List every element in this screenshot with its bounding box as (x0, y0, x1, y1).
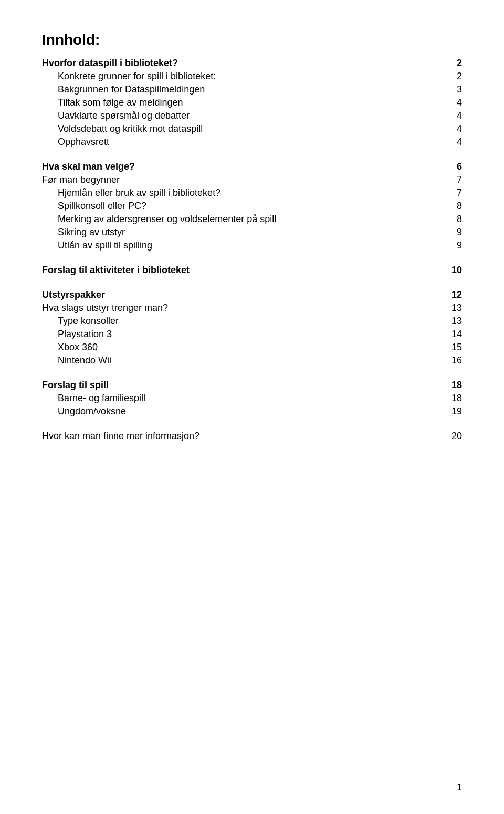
toc-entry-label: Ungdom/voksne (58, 406, 446, 417)
toc-entry-label: Utstyrspakker (42, 289, 446, 300)
toc-entry-page: 2 (446, 71, 462, 82)
toc-entry-label: Hvor kan man finne mer informasjon? (42, 431, 446, 442)
toc-entry-page: 18 (446, 393, 462, 404)
toc-entry-label: Konkrete grunner for spill i biblioteket… (58, 71, 446, 82)
toc-spacer (42, 278, 462, 289)
toc-entry-page: 8 (446, 214, 462, 225)
toc-title: Innhold: (42, 32, 462, 48)
toc-entry-label: Hvorfor dataspill i biblioteket? (42, 58, 446, 69)
toc-entry: Xbox 36015 (42, 342, 462, 353)
toc-entry-page: 4 (446, 137, 462, 148)
toc-entry-page: 18 (446, 380, 462, 391)
toc-entry: Nintendo Wii16 (42, 355, 462, 366)
toc-entry-page: 9 (446, 240, 462, 251)
toc-entry-page: 19 (446, 406, 462, 417)
toc-entry: Voldsdebatt og kritikk mot dataspill4 (42, 123, 462, 134)
toc-entry-label: Tiltak som følge av meldingen (58, 97, 446, 108)
toc-entry-page: 4 (446, 97, 462, 108)
toc-entry-page: 13 (446, 316, 462, 327)
toc-entry-label: Nintendo Wii (58, 355, 446, 366)
toc-entry: Playstation 314 (42, 329, 462, 340)
toc-entry: Forslag til aktiviteter i biblioteket10 (42, 265, 462, 276)
toc-entry: Før man begynner7 (42, 174, 462, 185)
toc-spacer (42, 253, 462, 265)
toc-entry-page: 7 (446, 187, 462, 199)
toc-entry-page: 8 (446, 201, 462, 212)
toc-entry: Hvorfor dataspill i biblioteket?2 (42, 58, 462, 69)
toc-entry: Ungdom/voksne19 (42, 406, 462, 417)
toc-entry-page: 7 (446, 174, 462, 185)
toc-entry-label: Bakgrunnen for Dataspillmeldingen (58, 84, 446, 95)
toc-entry-page: 4 (446, 123, 462, 134)
toc-entry-page: 3 (446, 84, 462, 95)
toc-entry-label: Sikring av utstyr (58, 227, 446, 238)
toc-entry-page: 2 (446, 58, 462, 69)
toc-entry-page: 9 (446, 227, 462, 238)
toc-entry-label: Forslag til spill (42, 380, 446, 391)
toc-entry: Type konsoller13 (42, 316, 462, 327)
toc-entry-label: Hjemlån eller bruk av spill i biblioteke… (58, 187, 446, 199)
toc-entry-label: Spillkonsoll eller PC? (58, 201, 446, 212)
toc-entry: Hjemlån eller bruk av spill i biblioteke… (42, 187, 462, 199)
toc-entry-label: Hva skal man velge? (42, 161, 446, 172)
toc-spacer (42, 419, 462, 431)
toc-entry-label: Merking av aldersgrenser og voldselement… (58, 214, 446, 225)
toc-entry: Uavklarte spørsmål og debatter4 (42, 110, 462, 121)
table-of-contents: Innhold: Hvorfor dataspill i biblioteket… (42, 32, 462, 442)
toc-entry: Opphavsrett4 (42, 137, 462, 148)
toc-entry: Utlån av spill til spilling9 (42, 240, 462, 251)
toc-spacer (42, 368, 462, 380)
toc-entry-label: Før man begynner (42, 174, 446, 185)
toc-entry-page: 13 (446, 302, 462, 314)
toc-entry: Spillkonsoll eller PC?8 (42, 201, 462, 212)
toc-entry-page: 10 (446, 265, 462, 276)
toc-entry: Hvor kan man finne mer informasjon?20 (42, 431, 462, 442)
toc-entry-label: Forslag til aktiviteter i biblioteket (42, 265, 446, 276)
toc-entry: Barne- og familiespill18 (42, 393, 462, 404)
toc-entry: Forslag til spill18 (42, 380, 462, 391)
toc-entry-label: Voldsdebatt og kritikk mot dataspill (58, 123, 446, 134)
toc-entry-page: 20 (446, 431, 462, 442)
toc-spacer (42, 150, 462, 161)
toc-entry-label: Xbox 360 (58, 342, 446, 353)
toc-entry-label: Playstation 3 (58, 329, 446, 340)
toc-entry-page: 15 (446, 342, 462, 353)
toc-entry: Sikring av utstyr9 (42, 227, 462, 238)
toc-entry-page: 12 (446, 289, 462, 300)
page-number: 1 (457, 782, 462, 793)
toc-entry-label: Utlån av spill til spilling (58, 240, 446, 251)
toc-entry-page: 4 (446, 110, 462, 121)
toc-entry: Utstyrspakker12 (42, 289, 462, 300)
toc-entry-page: 14 (446, 329, 462, 340)
toc-entry: Hva slags utstyr trenger man?13 (42, 302, 462, 314)
toc-entry-label: Opphavsrett (58, 137, 446, 148)
toc-entry-page: 16 (446, 355, 462, 366)
toc-entry-page: 6 (446, 161, 462, 172)
toc-entry-label: Type konsoller (58, 316, 446, 327)
toc-entry: Merking av aldersgrenser og voldselement… (42, 214, 462, 225)
toc-entry: Tiltak som følge av meldingen4 (42, 97, 462, 108)
toc-entry-label: Hva slags utstyr trenger man? (42, 302, 446, 314)
toc-entry: Bakgrunnen for Dataspillmeldingen3 (42, 84, 462, 95)
toc-entry-label: Uavklarte spørsmål og debatter (58, 110, 446, 121)
toc-entry: Hva skal man velge?6 (42, 161, 462, 172)
toc-entry-label: Barne- og familiespill (58, 393, 446, 404)
toc-entry: Konkrete grunner for spill i biblioteket… (42, 71, 462, 82)
